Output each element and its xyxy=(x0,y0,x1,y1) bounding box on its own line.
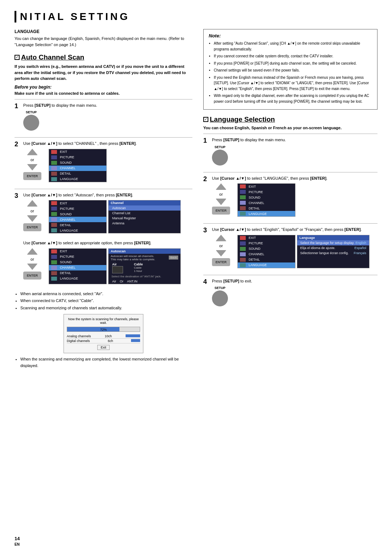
analog-label: Analog channels xyxy=(67,334,91,338)
sm3-detail: DETAIL xyxy=(49,222,106,228)
sm4-language: LANGUAGE xyxy=(49,276,106,281)
step-1-content: Press [SETUP] to display the main menu. … xyxy=(23,102,192,134)
lang-francais-value: Français xyxy=(354,251,366,255)
page-header: NITIAL SETTING xyxy=(15,11,377,23)
lang-cursor-group-2: or ENTER xyxy=(212,183,230,215)
lang-setup-btn-1[interactable] xyxy=(212,150,228,166)
lang-step-4-num: 4 xyxy=(203,278,210,286)
page: NITIAL SETTING LANGUAGE You can change t… xyxy=(0,0,392,554)
bullet-scanning: Scanning and memorizing of channels star… xyxy=(20,305,192,311)
air-option: Air xyxy=(112,262,123,273)
lang-step-3-text: Use [Cursor ▲/▼] to select "English", "E… xyxy=(212,227,377,233)
sm3-picture: PICTURE xyxy=(49,206,106,211)
lm2-detail: DETAIL xyxy=(238,205,295,211)
step-2-text: Use [Cursor ▲/▼] to select "CHANNEL" , t… xyxy=(23,140,192,147)
step-1: 1 Press [SETUP] to display the main menu… xyxy=(15,102,192,134)
step-2-content: Use [Cursor ▲/▼] to select "CHANNEL" , t… xyxy=(23,140,192,185)
lm3-sound: SOUND xyxy=(238,246,295,252)
lang-cursor-up-3[interactable] xyxy=(216,235,226,241)
final-bullet-list: When the scanning and memorizing are com… xyxy=(15,356,192,369)
exit-label: Exit xyxy=(97,345,109,350)
language-submenu: Language Select the language for setup d… xyxy=(297,235,369,268)
bullet-air: When aerial antenna is connected, select… xyxy=(20,291,192,297)
autoscan-options-wrapper: EXIT PICTURE SOUND CHANNEL DETAIL LANGUA… xyxy=(49,248,181,284)
cursor-down-2[interactable] xyxy=(27,164,38,171)
left-column: LANGUAGE You can change the language (En… xyxy=(15,29,192,370)
channel-menu-header: Channel xyxy=(109,200,180,205)
or-label-4: or xyxy=(30,257,34,261)
two-column-layout: LANGUAGE You can change the language (En… xyxy=(15,29,377,370)
divider-1 xyxy=(15,99,192,99)
lang-menu-wrapper: EXIT PICTURE SOUND CHANNEL DETAIL LANGUA… xyxy=(237,235,369,268)
step-2: 2 Use [Cursor ▲/▼] to select "CHANNEL" ,… xyxy=(15,140,192,185)
or-label-3: or xyxy=(30,209,34,213)
menu-sound: SOUND xyxy=(49,160,106,166)
lang-english-value: English xyxy=(355,241,366,245)
sm3-language: LANGUAGE xyxy=(49,228,106,233)
enter-btn-3[interactable]: ENTER xyxy=(23,223,41,231)
lang-step-3-num: 3 xyxy=(203,227,210,234)
enter-btn-4[interactable]: ENTER xyxy=(23,272,41,280)
lang-cursor-group-3: or ENTER xyxy=(212,235,230,266)
lang-english: Select the language for setup display. E… xyxy=(297,240,369,245)
before-begin-text: Make sure if the unit is connected to an… xyxy=(15,91,192,95)
step-1-buttons: SETUP xyxy=(23,110,192,131)
lang-cursor-up-2[interactable] xyxy=(216,183,226,190)
lang-setup-group-1: SETUP xyxy=(212,145,228,166)
lang-cursor-down-2[interactable] xyxy=(216,199,226,205)
lang-menu-header: Language xyxy=(297,235,369,240)
cursor-up-4[interactable] xyxy=(27,248,38,255)
step-3-buttons: or ENTER EXIT PICTURE SOUND CHANNEL D xyxy=(23,200,192,233)
lm2-sound: SOUND xyxy=(238,195,295,200)
cable-label: Cable xyxy=(134,262,143,266)
lang-enter-btn-2[interactable]: ENTER xyxy=(212,207,230,215)
note-item-1: If you cannot connect the cable system d… xyxy=(214,53,372,59)
setup-btn-1[interactable] xyxy=(23,115,39,131)
channel-submenu: Channel Autoscan Channel List Manual Reg… xyxy=(108,200,181,233)
exit-btn-sm: Exit xyxy=(67,345,140,350)
lang-step-2-text: Use [Cursor ▲/▼] to select "LANGUAGE", t… xyxy=(212,175,377,182)
lm3-language: LANGUAGE xyxy=(238,262,295,268)
lang-divider-2 xyxy=(203,172,377,172)
antenna-entry: Antenna xyxy=(109,221,180,226)
sm4-sound: SOUND xyxy=(49,260,106,265)
lm2-picture: PICTURE xyxy=(238,189,295,195)
scan-title: Now the system is scanning for channels,… xyxy=(67,317,140,325)
lang-step-2-content: Use [Cursor ▲/▼] to select "LANGUAGE", t… xyxy=(212,175,377,220)
menu-channel-active: CHANNEL xyxy=(49,166,106,171)
lang-enter-btn-3[interactable]: ENTER xyxy=(212,258,230,266)
lang-step-4: 4 Press [SETUP] to exit. SETUP xyxy=(203,278,377,310)
sm3-exit: EXIT xyxy=(49,200,106,206)
lang-setup-group-4: SETUP xyxy=(212,286,228,306)
note-item-2: If you press [POWER] or [SETUP] during a… xyxy=(214,61,372,66)
cursor-down-3[interactable] xyxy=(27,215,38,222)
step-4-option-content: Use [Cursor ▲/▼] to select an appropriat… xyxy=(23,240,192,287)
air-text: Air xyxy=(112,280,116,283)
lm3-exit: EXIT xyxy=(238,235,295,241)
step-3: 3 Use [Cursor ▲/▼] to select "Autoscan",… xyxy=(15,192,192,237)
main-menu-2: EXIT PICTURE SOUND CHANNEL xyxy=(49,149,107,182)
enter-btn-2[interactable]: ENTER xyxy=(23,172,41,180)
lang-step-2-num: 2 xyxy=(203,175,210,183)
cursor-down-4[interactable] xyxy=(27,264,38,270)
progress-label: 72% xyxy=(67,327,140,332)
autoscan-desc: Autoscan will rescan all channels.This m… xyxy=(109,254,180,262)
lang-step-4-buttons: SETUP xyxy=(212,286,377,306)
cursor-up-2[interactable] xyxy=(27,149,38,155)
cursor-group-4: or ENTER xyxy=(23,248,41,280)
cursor-up-3[interactable] xyxy=(27,200,38,207)
lang-cursor-down-3[interactable] xyxy=(216,250,226,257)
lang-main-menu-2: EXIT PICTURE SOUND CHANNEL DETAIL LANGUA… xyxy=(237,183,295,217)
lang-divider-3 xyxy=(203,223,377,224)
lang-setup-btn-4[interactable] xyxy=(212,290,228,306)
page-num-label: EN xyxy=(15,542,20,546)
page-num-value: 14 xyxy=(15,536,20,541)
lang-step-3: 3 Use [Cursor ▲/▼] to select "English", … xyxy=(203,227,377,271)
final-bullet: When the scanning and memorizing are com… xyxy=(20,356,192,369)
lang-espanol-label: Elija el idioma de ajuste. xyxy=(300,246,335,250)
air-label: Air xyxy=(112,262,123,266)
lm2-exit: EXIT xyxy=(238,184,295,189)
step-3-text: Use [Cursor ▲/▼] to select "Autoscan", t… xyxy=(23,192,192,198)
auto-channel-warning: If you switch wires (e.g., between anten… xyxy=(15,64,192,82)
digital-label: Digital channels xyxy=(67,339,90,343)
